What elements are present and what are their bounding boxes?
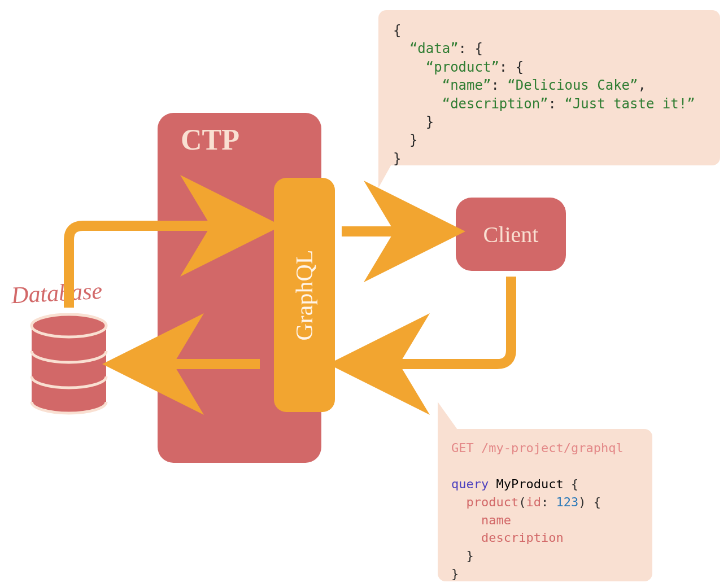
database-label: Database (11, 277, 103, 309)
ctp-label: CTP (181, 123, 239, 156)
request-endpoint: GET /my-project/graphql (451, 441, 624, 455)
diagram-stage: CTP GraphQL Client Database { “data”: { … (0, 0, 728, 587)
graphql-label: GraphQL (291, 249, 318, 340)
response-bubble: { “data”: { “product”: { “name”: “Delici… (378, 10, 720, 165)
request-code: GET /my-project/graphql query MyProduct … (451, 439, 639, 583)
database-icon (29, 313, 108, 418)
arrow-client-to-graphql (359, 277, 511, 364)
request-bubble: GET /my-project/graphql query MyProduct … (438, 429, 652, 581)
graphql-box: GraphQL (274, 178, 335, 412)
client-box: Client (456, 198, 566, 271)
client-label: Client (483, 221, 539, 248)
response-code: { “data”: { “product”: { “name”: “Delici… (393, 21, 705, 168)
